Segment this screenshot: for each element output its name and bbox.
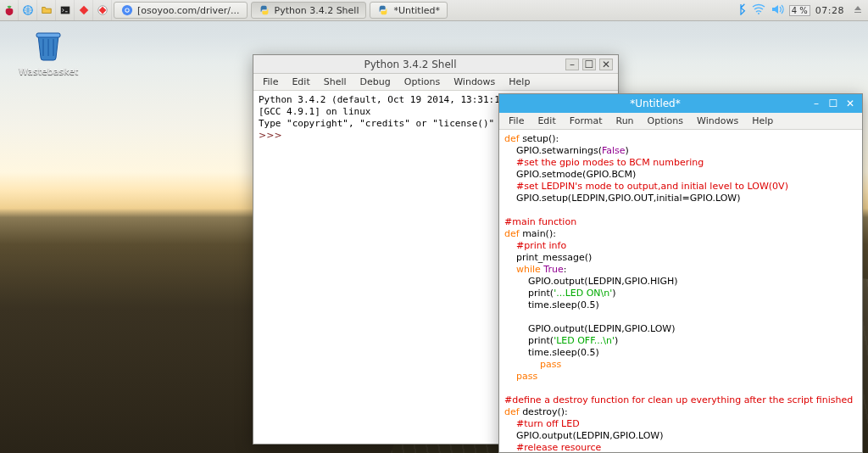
titlebar[interactable]: Python 3.4.2 Shell – ☐ ✕ (253, 55, 618, 74)
maximize-button[interactable]: ☐ (582, 59, 596, 70)
volume-icon[interactable] (771, 3, 784, 18)
file-manager-icon[interactable] (37, 0, 56, 20)
window-editor: *Untitled* – ☐ ✕ File Edit Format Run Op… (498, 93, 863, 453)
chromium-icon (121, 4, 133, 16)
desktop-icon-wastebasket[interactable]: Wastebasket (19, 29, 78, 77)
taskbar-task-browser[interactable]: [osoyoo.com/driver/... (114, 2, 248, 19)
maximize-button[interactable]: ☐ (826, 98, 840, 109)
svg-point-10 (125, 8, 129, 12)
taskbar-spacer (449, 0, 730, 20)
menu-file[interactable]: File (503, 114, 530, 128)
web-browser-icon[interactable] (19, 0, 37, 20)
menu-windows[interactable]: Windows (691, 114, 744, 128)
svg-point-1 (5, 8, 8, 12)
menu-edit[interactable]: Edit (286, 75, 315, 89)
menu-edit[interactable]: Edit (531, 114, 561, 128)
svg-point-2 (9, 8, 13, 12)
taskbar: [osoyoo.com/driver/... Python 3.4.2 Shel… (0, 0, 868, 21)
clock[interactable]: 07:28 (815, 5, 848, 16)
wolfram-icon[interactable] (93, 0, 112, 20)
bluetooth-icon[interactable] (735, 3, 747, 18)
svg-rect-12 (36, 33, 60, 37)
terminal-icon[interactable] (56, 0, 75, 20)
minimize-button[interactable]: – (565, 59, 579, 70)
svg-point-11 (758, 13, 760, 14)
menu-format[interactable]: Format (564, 114, 609, 128)
system-tray: 4 % 07:28 (730, 0, 868, 20)
menubar: File Edit Shell Debug Options Windows He… (253, 74, 618, 91)
menu-help[interactable]: Help (503, 75, 536, 89)
menu-help[interactable]: Help (746, 114, 779, 128)
cpu-percent[interactable]: 4 % (789, 5, 810, 16)
editor-content[interactable]: def setup(): GPIO.setwarnings(False) #se… (499, 130, 862, 452)
taskbar-task-editor[interactable]: *Untitled* (370, 2, 448, 19)
task-label: [osoyoo.com/driver/... (137, 5, 240, 16)
menu-windows[interactable]: Windows (448, 75, 501, 89)
close-button[interactable]: ✕ (599, 59, 613, 70)
svg-marker-5 (79, 6, 88, 15)
task-label: *Untitled* (393, 5, 440, 16)
menu-run[interactable]: Run (610, 114, 640, 128)
window-title: *Untitled* (504, 98, 806, 109)
wifi-icon[interactable] (752, 3, 765, 18)
menu-raspberry-icon[interactable] (0, 0, 19, 20)
wastebasket-icon (31, 29, 65, 63)
menu-debug[interactable]: Debug (354, 75, 397, 89)
menu-options[interactable]: Options (642, 114, 689, 128)
menu-file[interactable]: File (257, 75, 284, 89)
menu-shell[interactable]: Shell (318, 75, 353, 89)
window-title: Python 3.4.2 Shell (259, 59, 562, 70)
task-label: Python 3.4.2 Shell (275, 5, 359, 16)
minimize-button[interactable]: – (810, 98, 823, 109)
menu-options[interactable]: Options (398, 75, 446, 89)
mathematica-icon[interactable] (75, 0, 93, 20)
menubar: File Edit Format Run Options Windows Hel… (499, 113, 862, 130)
python-icon (377, 4, 389, 16)
desktop-icon-label: Wastebasket (19, 66, 78, 77)
taskbar-task-python-shell[interactable]: Python 3.4.2 Shell (251, 2, 367, 19)
python-icon (259, 4, 270, 16)
eject-icon[interactable] (853, 4, 863, 17)
svg-rect-4 (60, 7, 70, 14)
titlebar[interactable]: *Untitled* – ☐ ✕ (499, 94, 862, 113)
close-button[interactable]: ✕ (843, 98, 857, 109)
